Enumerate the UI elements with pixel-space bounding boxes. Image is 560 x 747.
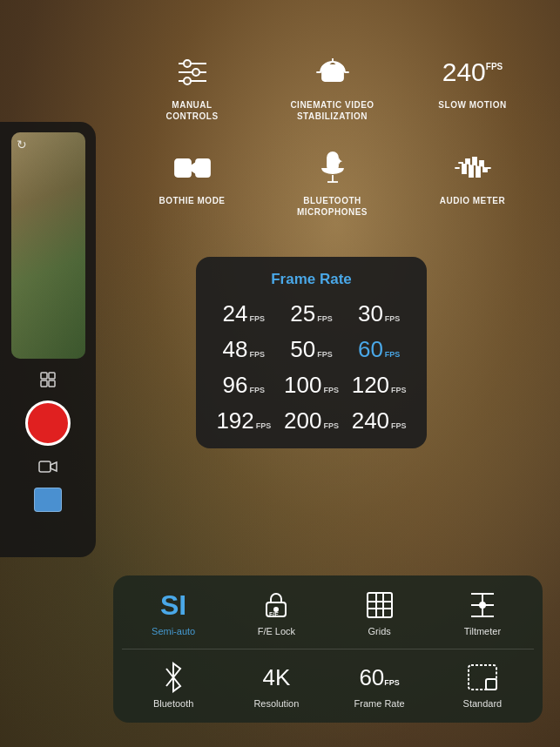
fr-60[interactable]: 60FPS [348,336,409,363]
si-text: SI [160,591,186,619]
svg-rect-3 [49,380,55,387]
frame-rate-unit: FPS [384,679,400,687]
svg-rect-35 [486,679,496,690]
manual-controls-item[interactable]: MANUAL CONTROLS [122,44,262,131]
grids-label: Grids [368,626,390,636]
tiltmeter-label: Tiltmeter [464,626,501,636]
tiltmeter-icon [468,589,497,621]
bluetooth-icon [163,662,184,693]
standard-label: Standard [463,698,503,709]
sliders-icon [172,52,213,92]
frame-rate-bottom-label: Frame Rate [354,698,405,709]
slow-motion-label: SLOW MOTION [438,99,506,111]
frame-rate-title: Frame Rate [213,271,409,288]
fr-50-num: 50 [290,336,315,363]
cinematic-video-label: CINEMATIC VIDEO STABILIZATION [290,99,374,122]
fr-100[interactable]: 100FPS [281,372,342,399]
svg-point-10 [184,77,191,84]
bluetooth-mic-label: BLUETOOTH MICROPHONES [297,195,368,218]
fr-24-num: 24 [223,300,248,327]
fr-24-sup: FPS [250,315,266,323]
manual-controls-label: MANUAL CONTROLS [165,99,218,122]
fr-120[interactable]: 120FPS [348,372,409,399]
fr-120-sup: FPS [391,387,407,394]
frame-rate-value: 60 [359,666,384,689]
video-mode-button[interactable] [36,454,60,479]
slow-motion-value: 240 [442,59,486,85]
svg-text:F/E: F/E [269,611,279,617]
fr-30[interactable]: 30FPS [348,300,409,327]
svg-point-12 [328,69,337,77]
si-icon: SI [160,589,186,621]
semi-auto-control[interactable]: SI Semi-auto [122,589,225,636]
grid-button[interactable] [36,367,60,392]
svg-rect-2 [41,380,47,387]
svg-rect-24 [368,593,392,617]
camera-panel: ↻ [0,122,96,557]
fe-lock-control[interactable]: F/E F/E Lock [225,589,327,636]
fr-200[interactable]: 200FPS [281,407,342,434]
fr-192-sup: FPS [256,422,272,430]
audio-meter-label: AUDIO METER [440,195,506,206]
frame-rate-grid: 24FPS 25FPS 30FPS 48FPS 50FPS 60FPS 96FP… [213,300,409,434]
bothie-mode-item[interactable]: BOTHIE MODE [122,139,262,226]
fr-25-num: 25 [290,300,315,327]
slow-motion-item[interactable]: 240FPS SLOW MOTION [402,44,543,131]
camera-viewfinder: ↻ [11,132,85,359]
bottom-controls-panel: SI Semi-auto F/E F/E Lock [113,575,543,723]
fr-25-sup: FPS [317,315,333,323]
svg-text:✦: ✦ [335,157,343,166]
resolution-label: Resolution [253,698,299,709]
grids-control[interactable]: Grids [328,589,431,636]
fr-96-sup: FPS [250,387,266,394]
fr-192[interactable]: 192FPS [213,407,274,434]
svg-point-8 [184,60,191,67]
fr-24[interactable]: 24FPS [213,300,274,327]
fr-120-num: 120 [352,372,389,399]
cinematic-video-item[interactable]: CINEMATIC VIDEO STABILIZATION [262,44,402,131]
shutter-button[interactable] [25,400,71,446]
resolution-control[interactable]: 4K Resolution [225,662,327,709]
fe-lock-icon: F/E [261,589,291,621]
svg-rect-0 [41,373,47,379]
frame-rate-panel: Frame Rate 24FPS 25FPS 30FPS 48FPS 50FPS… [196,257,427,448]
bluetooth-mic-item[interactable]: ✦ BLUETOOTH MICROPHONES [262,139,402,226]
svg-point-15 [179,164,187,172]
frame-rate-control[interactable]: 60FPS Frame Rate [328,662,431,709]
fr-240-sup: FPS [391,422,407,430]
thumbnail-button[interactable] [34,488,62,512]
bluetooth-control[interactable]: Bluetooth [122,662,225,709]
fr-50-sup: FPS [317,351,333,359]
dual-camera-icon [172,148,213,188]
fr-50[interactable]: 50FPS [281,336,342,363]
fr-200-sup: FPS [323,422,339,430]
waveform-icon [453,148,493,188]
fr-96[interactable]: 96FPS [213,372,274,399]
fr-30-num: 30 [358,300,383,327]
features-top: MANUAL CONTROLS CINEMATIC VIDEO STABILIZ… [122,44,543,226]
fr-48-sup: FPS [250,351,266,359]
fr-48[interactable]: 48FPS [213,336,274,363]
grids-icon [365,589,395,621]
fr-100-num: 100 [284,372,321,399]
audio-meter-item[interactable]: AUDIO METER [402,139,543,226]
slow-motion-icon: 240FPS [453,52,493,92]
fr-240[interactable]: 240FPS [348,407,409,434]
fr-192-num: 192 [216,407,253,434]
fr-240-num: 240 [352,407,389,434]
semi-auto-label: Semi-auto [152,626,195,636]
fr-60-num: 60 [358,336,383,363]
bottom-divider [122,649,534,649]
slow-motion-unit: FPS [486,63,503,71]
bottom-row-1: SI Semi-auto F/E F/E Lock [122,589,534,636]
svg-point-16 [199,165,206,172]
svg-point-33 [480,602,485,608]
fr-96-num: 96 [223,372,248,399]
bluetooth-mic-icon: ✦ [313,148,353,188]
bothie-mode-label: BOTHIE MODE [159,195,225,206]
fr-25[interactable]: 25FPS [281,300,342,327]
standard-control[interactable]: Standard [431,662,534,709]
resolution-icon: 4K [262,662,290,693]
fr-200-num: 200 [284,407,321,434]
tiltmeter-control[interactable]: Tiltmeter [431,589,534,636]
